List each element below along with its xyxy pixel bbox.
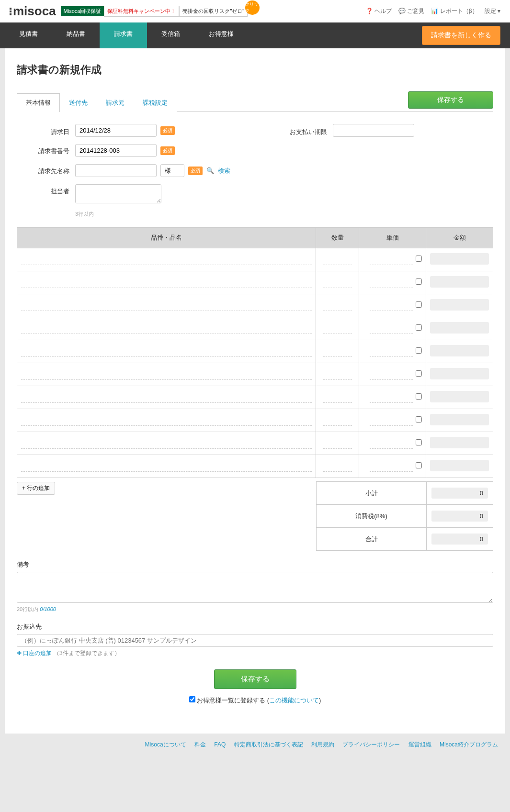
- item-tax-checkbox[interactable]: [416, 370, 422, 377]
- item-tax-checkbox[interactable]: [416, 416, 422, 423]
- footer-link[interactable]: 特定商取引法に基づく表記: [234, 741, 303, 748]
- item-amount: [430, 414, 489, 425]
- item-desc-input[interactable]: [21, 369, 312, 380]
- item-price-input[interactable]: [370, 346, 413, 357]
- register-client-checkbox[interactable]: [189, 696, 195, 702]
- tab-sender[interactable]: 請求元: [97, 93, 134, 112]
- logo[interactable]: misoca: [10, 4, 56, 19]
- search-icon: 🔍: [206, 167, 214, 174]
- item-price-input[interactable]: [370, 300, 413, 311]
- remarks-textarea[interactable]: [17, 572, 493, 603]
- bank-input[interactable]: [17, 634, 493, 647]
- item-desc-input[interactable]: [21, 323, 312, 334]
- new-invoice-button[interactable]: 請求書を新しく作る: [422, 26, 500, 45]
- subtotal-label: 小計: [317, 482, 427, 505]
- feedback-link[interactable]: 💬 ご意見: [398, 7, 424, 15]
- item-desc-input[interactable]: [21, 392, 312, 403]
- item-price-input[interactable]: [370, 255, 413, 265]
- item-qty-input[interactable]: [323, 346, 352, 357]
- item-amount: [430, 460, 489, 471]
- item-qty-input[interactable]: [323, 392, 352, 403]
- bank-label: お振込先: [17, 623, 493, 631]
- item-desc-input[interactable]: [21, 438, 312, 449]
- footer-link[interactable]: プライバシーポリシー: [342, 741, 400, 748]
- item-amount: [430, 276, 489, 288]
- tab-basic[interactable]: 基本情報: [17, 93, 60, 112]
- item-price-input[interactable]: [370, 438, 413, 449]
- nav-delivery[interactable]: 納品書: [52, 22, 100, 48]
- assignee-textarea[interactable]: [75, 184, 161, 203]
- item-qty-input[interactable]: [323, 278, 352, 288]
- tab-row: 基本情報 送付先 請求元 課税設定 保存する: [17, 91, 493, 112]
- promo-tag-guarantee: Misoca回収保証: [61, 6, 104, 16]
- nav-invoice[interactable]: 請求書: [100, 22, 147, 48]
- item-amount: [430, 345, 489, 356]
- due-date-label: お支払い期限: [290, 125, 327, 136]
- add-account-note: （3件まで登録できます）: [54, 650, 120, 656]
- item-desc-input[interactable]: [21, 415, 312, 426]
- item-tax-checkbox[interactable]: [416, 256, 422, 262]
- save-button-bottom[interactable]: 保存する: [214, 669, 296, 689]
- remarks-label: 備考: [17, 560, 493, 569]
- item-tax-checkbox[interactable]: [416, 462, 422, 468]
- help-link[interactable]: ❓ ヘルプ: [366, 7, 392, 15]
- item-qty-input[interactable]: [323, 300, 352, 311]
- item-tax-checkbox[interactable]: [416, 347, 422, 354]
- item-desc-input[interactable]: [21, 461, 312, 472]
- promo-tag-campaign: 保証料無料キャンペーン中！: [104, 6, 179, 17]
- item-tax-checkbox[interactable]: [416, 278, 422, 285]
- item-tax-checkbox[interactable]: [416, 439, 422, 445]
- item-qty-input[interactable]: [323, 461, 352, 472]
- footer-link[interactable]: 運営組織: [408, 741, 431, 748]
- table-row: [17, 317, 493, 340]
- item-desc-input[interactable]: [21, 300, 312, 311]
- invoice-number-label: 請求書番号: [22, 144, 69, 156]
- item-amount: [430, 299, 489, 311]
- item-qty-input[interactable]: [323, 415, 352, 426]
- promo-banner[interactable]: Misoca回収保証 保証料無料キャンペーン中！ 売掛金の回収リスク"ゼロ" ク…: [61, 4, 260, 19]
- report-link[interactable]: 📊 レポート（β）: [431, 7, 477, 15]
- item-qty-input[interactable]: [323, 369, 352, 380]
- top-header: misoca Misoca回収保証 保証料無料キャンペーン中！ 売掛金の回収リス…: [0, 0, 510, 22]
- footer-link[interactable]: 料金: [194, 741, 206, 748]
- tab-destination[interactable]: 送付先: [60, 93, 97, 112]
- item-price-input[interactable]: [370, 392, 413, 403]
- tab-tax[interactable]: 課税設定: [134, 93, 177, 112]
- client-search-link[interactable]: 検索: [218, 167, 230, 175]
- register-info-link[interactable]: この機能について: [269, 697, 319, 704]
- item-tax-checkbox[interactable]: [416, 324, 422, 331]
- item-qty-input[interactable]: [323, 438, 352, 449]
- due-date-input[interactable]: [333, 124, 414, 137]
- item-desc-input[interactable]: [21, 346, 312, 357]
- item-price-input[interactable]: [370, 278, 413, 288]
- client-name-input[interactable]: [75, 164, 157, 177]
- item-desc-input[interactable]: [21, 278, 312, 288]
- add-account-link[interactable]: ✚ 口座の追加: [17, 649, 52, 657]
- nav-clients[interactable]: お得意様: [194, 22, 248, 48]
- item-qty-input[interactable]: [323, 255, 352, 265]
- invoice-date-input[interactable]: [75, 124, 157, 137]
- add-row-button[interactable]: + 行の追加: [17, 482, 55, 495]
- item-tax-checkbox[interactable]: [416, 301, 422, 308]
- col-qty-header: 数量: [316, 228, 359, 248]
- item-price-input[interactable]: [370, 323, 413, 334]
- honorific-input[interactable]: [160, 164, 184, 177]
- tax-label: 消費税(8%): [317, 505, 427, 528]
- footer-link[interactable]: Misocaについて: [145, 741, 186, 748]
- settings-link[interactable]: 設定 ▾: [485, 7, 500, 15]
- footer-link[interactable]: Misoca紹介プログラム: [440, 741, 498, 748]
- item-price-input[interactable]: [370, 461, 413, 472]
- nav-estimate[interactable]: 見積書: [5, 22, 52, 48]
- register-client-label: お得意様一覧に登録する: [197, 697, 265, 704]
- invoice-number-input[interactable]: [75, 144, 157, 157]
- footer-link[interactable]: FAQ: [214, 741, 226, 748]
- item-price-input[interactable]: [370, 369, 413, 380]
- top-links: ❓ ヘルプ 💬 ご意見 📊 レポート（β） 設定 ▾: [366, 7, 500, 15]
- save-button-top[interactable]: 保存する: [408, 91, 493, 109]
- item-price-input[interactable]: [370, 415, 413, 426]
- footer-link[interactable]: 利用規約: [311, 741, 334, 748]
- nav-inbox[interactable]: 受信箱: [147, 22, 194, 48]
- item-qty-input[interactable]: [323, 323, 352, 334]
- item-desc-input[interactable]: [21, 255, 312, 265]
- item-tax-checkbox[interactable]: [416, 393, 422, 400]
